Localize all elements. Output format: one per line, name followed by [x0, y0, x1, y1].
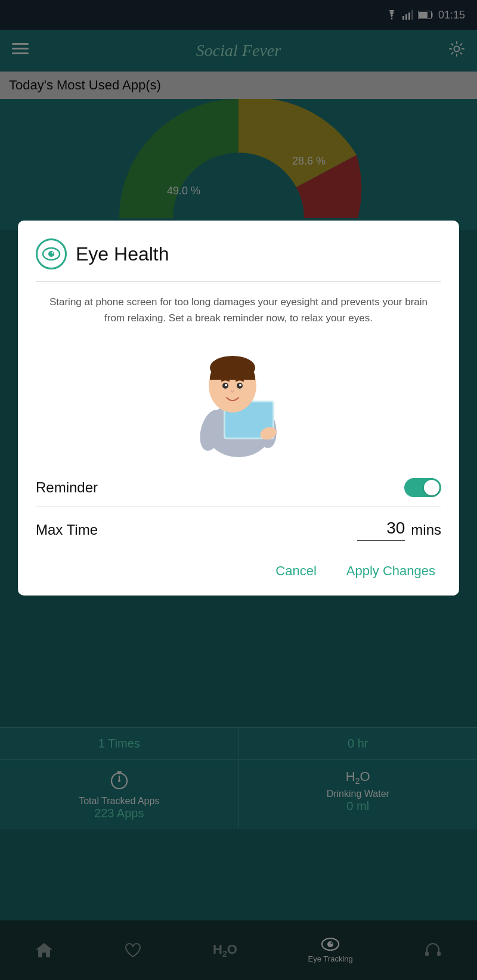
- cancel-button[interactable]: Cancel: [270, 559, 322, 584]
- svg-point-14: [48, 251, 54, 257]
- apply-changes-button[interactable]: Apply Changes: [340, 559, 441, 584]
- dialog-title: Eye Health: [76, 243, 169, 265]
- eye-icon: [42, 247, 61, 260]
- reminder-toggle[interactable]: [404, 478, 441, 497]
- toggle-knob: [424, 480, 439, 495]
- person-illustration: [161, 338, 316, 457]
- eye-icon-container: [36, 238, 67, 269]
- svg-point-26: [239, 384, 241, 386]
- eye-health-dialog: Eye Health Staring at phone screen for t…: [18, 221, 459, 596]
- svg-point-15: [52, 252, 54, 254]
- dialog-header: Eye Health: [36, 238, 441, 282]
- dialog-buttons: Cancel Apply Changes: [36, 553, 441, 584]
- dialog-description: Staring at phone screen for too long dam…: [36, 294, 441, 332]
- max-time-value[interactable]: 30: [357, 519, 405, 541]
- svg-point-25: [225, 384, 227, 386]
- illustration-area: [36, 338, 441, 457]
- reminder-row: Reminder: [36, 469, 441, 507]
- max-time-row: Max Time 30 mins: [36, 507, 441, 553]
- reminder-label: Reminder: [36, 479, 98, 496]
- max-time-label: Max Time: [36, 522, 357, 538]
- max-time-unit: mins: [411, 522, 441, 538]
